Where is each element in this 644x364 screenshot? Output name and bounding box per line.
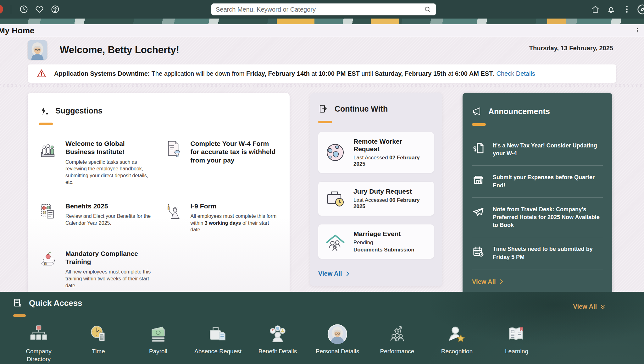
accent-bar [472,123,486,126]
decorative-banner [0,19,644,24]
page-header-bar: My Home [0,24,644,37]
accent-bar [39,123,53,125]
continue-item-text: Marriage Event PendingDocuments Submissi… [353,230,414,253]
user-menu-compass-icon[interactable] [636,3,644,16]
global-search[interactable] [211,3,436,15]
suggestion-item-training[interactable]: Mandatory Compliance Training All new em… [39,250,153,289]
announcements-card: Announcements It's a New Tax Year! Consi… [463,93,612,295]
double-chevron-down-icon [600,304,606,310]
quick-access-header: Quick Access [13,298,82,308]
app-screen: My Home Welcome, Betty Locherty! Thursda… [0,0,644,364]
welcome-heading: Welcome, Betty Locherty! [60,44,179,56]
brand-logo-icon [0,3,8,16]
alert-message: Application Systems Downtime: The applic… [54,70,535,77]
page-actions-kebab-icon[interactable] [633,27,641,35]
notifications-bell-icon[interactable] [605,3,617,16]
travel-plane-icon [472,206,485,218]
absence-request-icon [208,321,228,345]
quick-tile-performance[interactable]: Performance [367,321,427,363]
announcement-item-travel-desk[interactable]: Note from Travel Desk: Company's Preferr… [472,198,603,238]
suggestion-item-benefits[interactable]: Benefits 2025 Review and Elect your Bene… [39,202,153,233]
continue-item-remote-worker[interactable]: Remote Worker Request Last Accessed 02 F… [318,132,434,173]
quick-tile-personal-details[interactable]: Personal Details [308,321,367,363]
suggestion-text: Mandatory Compliance Training All new em… [65,250,153,289]
search-icon[interactable] [424,6,431,13]
quick-tile-recognition[interactable]: Recognition [427,321,487,363]
favorites-heart-icon[interactable] [33,3,46,16]
payroll-money-icon [148,321,169,345]
continue-item-marriage-event[interactable]: Marriage Event PendingDocuments Submissi… [318,224,434,259]
quick-access-title: Quick Access [29,298,82,308]
current-date: Thursday, 13 February, 2025 [529,45,613,52]
announcement-item-tax-year[interactable]: It's a New Tax Year! Consider Updating y… [472,134,603,166]
continue-with-title: Continue With [335,104,388,113]
announcement-item-expenses[interactable]: Submit your Expenses before Quarter End! [472,166,603,197]
continue-with-header: Continue With [318,104,434,114]
continue-with-view-all-link[interactable]: View All [318,270,434,277]
welcome-banner: Welcome, Betty Locherty! [28,40,179,60]
continue-item-jury-duty[interactable]: Jury Duty Request Last Accessed 06 Febru… [318,182,434,216]
quick-access-items: Company Directory Time Payroll Absence R… [9,321,547,363]
suggestion-text: I-9 Form All employees must complete thi… [191,202,279,233]
continue-item-text: Remote Worker Request Last Accessed 02 F… [353,138,428,167]
quick-tile-time[interactable]: Time [69,321,128,363]
accent-bar [13,314,26,317]
suggestions-card: Suggestions Welcome to Global Business I… [28,93,290,319]
pattern-divider [0,84,644,87]
quick-tile-benefit-details[interactable]: Benefit Details [248,321,308,363]
announcements-view-all-link[interactable]: View All [472,278,603,285]
i9-statue-icon [164,202,184,222]
global-topbar [0,0,644,19]
suggestions-list: Welcome to Global Business Institute! Co… [39,140,278,289]
briefcase-clock-icon [324,187,347,210]
user-avatar [28,40,47,60]
w4-form-icon [164,140,184,159]
home-icon[interactable] [589,3,602,16]
tax-document-icon [472,142,485,154]
performance-chart-icon [387,321,408,345]
announcements-title: Announcements [488,107,550,116]
warning-icon [36,69,47,79]
accessibility-icon[interactable] [49,3,61,16]
company-directory-icon [28,321,49,345]
quick-tile-company-directory[interactable]: Company Directory [9,321,69,363]
recents-clock-icon[interactable] [17,3,30,16]
suggestion-item-welcome[interactable]: Welcome to Global Business Institute! Co… [39,140,153,186]
home-content: Welcome, Betty Locherty! Thursday, 13 Fe… [0,37,644,292]
family-home-icon [324,230,347,253]
more-actions-kebab-icon[interactable] [620,3,633,16]
quick-access-view-all-link[interactable]: View All [573,303,606,310]
timesheet-calendar-icon [472,245,485,258]
accent-bar [318,121,332,123]
recognition-star-icon [447,321,467,345]
quick-tile-absence-request[interactable]: Absence Request [188,321,248,363]
bolt-icon [39,106,49,116]
suggestion-text: Welcome to Global Business Institute! Co… [65,140,153,186]
suggestion-text: Benefits 2025 Review and Elect your Bene… [65,202,153,233]
expenses-icon [472,174,485,186]
topbar-right [587,0,644,19]
cards-row: Suggestions Welcome to Global Business I… [28,93,612,319]
topbar-left [0,0,63,19]
quick-tile-learning[interactable]: Learning [487,321,547,363]
continue-with-icon [318,104,328,114]
time-clock-icon [88,321,109,345]
downtime-alert: Application Systems Downtime: The applic… [28,64,616,83]
announcements-header: Announcements [472,106,603,116]
check-details-link[interactable]: Check Details [496,70,535,77]
suggestions-header: Suggestions [39,106,278,116]
quick-tile-payroll[interactable]: Payroll [128,321,188,363]
personal-details-avatar-icon [327,321,348,345]
announcement-item-timesheets[interactable]: Time Sheets need to be submitted by Frid… [472,237,603,269]
quick-access-section: Quick Access View All Company Directory … [0,292,644,364]
chevron-right-icon [499,279,504,284]
search-input[interactable] [216,6,424,13]
quick-access-icon [13,298,23,308]
announcements-list: It's a New Tax Year! Consider Updating y… [472,134,603,269]
suggestion-item-w4[interactable]: Complete Your W-4 Form for accurate tax … [164,140,279,186]
suggestion-item-i9[interactable]: I-9 Form All employees must complete thi… [164,202,279,233]
divider [11,5,11,14]
new-hire-team-icon [39,140,58,159]
globe-icon [324,141,347,164]
benefit-details-icon [267,321,288,345]
